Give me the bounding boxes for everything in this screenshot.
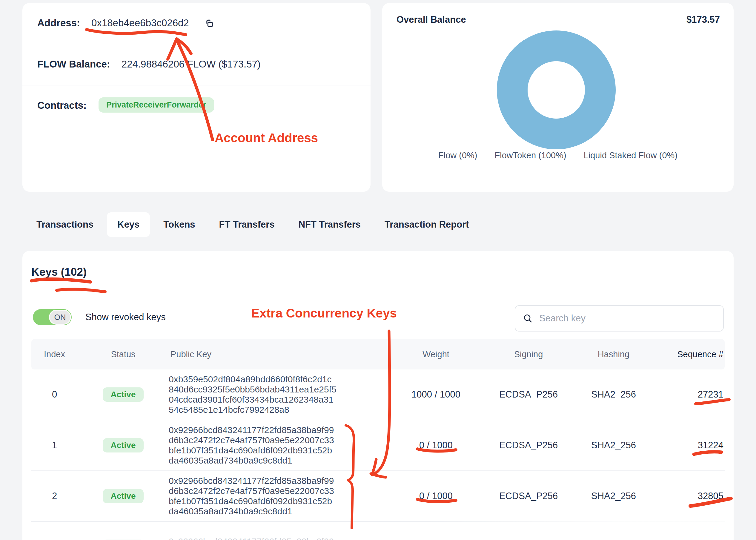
public-key: 0xb359e502df804a89bdd660f0f8f6c2d1c 840d… [169,369,384,420]
key-sequence: 27231 [658,389,725,400]
account-info-card: Address: 0x18eb4ee6b3c026d2 FLOW Balance… [22,3,371,192]
public-key: 0x92966bcd843241177f22fd85a38ba9f99 d6b3… [169,532,384,540]
key-sequence: 32805 [658,491,725,501]
key-status: Active [78,438,169,453]
contracts-label: Contracts: [37,100,87,111]
key-row-0: 0 Active 0xb359e502df804a89bdd660f0f8f6c… [31,369,725,420]
contract-badge[interactable]: PrivateReceiverForwarder [99,97,214,113]
copy-address-button[interactable] [202,16,215,30]
tab-nft-transfers[interactable]: NFT Transfers [288,212,371,237]
col-header-public-key: Public Key [169,349,384,359]
col-header-weight: Weight [384,349,488,359]
legend-item-liquid-staked: Liquid Staked Flow (0%) [584,151,678,160]
key-hashing: SHA2_256 [569,491,658,501]
account-page: Address: 0x18eb4ee6b3c026d2 FLOW Balance… [0,0,756,540]
tab-transaction-report[interactable]: Transaction Report [374,212,480,237]
key-hashing: SHA2_256 [569,389,658,400]
public-key: 0x92966bcd843241177f22fd85a38ba9f99 d6b3… [169,420,384,471]
toggle-label: Show revoked keys [85,312,166,323]
key-hashing: SHA2_256 [569,440,658,451]
keys-card: Keys (102) ON Show revoked keys Index St… [22,251,734,540]
col-header-sequence: Sequence # [658,349,725,359]
key-weight: 0 / 1000 [384,491,488,501]
key-search-box [515,305,724,332]
legend-item-flowtoken: FlowToken (100%) [495,151,566,160]
key-sequence: 31224 [658,440,725,451]
balance-total-value: $173.57 [687,14,720,25]
tab-tokens[interactable]: Tokens [153,212,205,237]
tab-keys[interactable]: Keys [107,212,150,237]
tab-ft-transfers[interactable]: FT Transfers [209,212,285,237]
account-tabs: Transactions Keys Tokens FT Transfers NF… [26,212,480,237]
balance-card-header: Overall Balance $173.57 [382,3,734,25]
balance-card-title: Overall Balance [396,14,466,25]
flow-balance-row: FLOW Balance: 224.98846206 FLOW ($173.57… [22,43,371,85]
toggle-state-label: ON [54,313,66,322]
col-header-hashing: Hashing [569,349,658,359]
address-label: Address: [37,17,80,29]
copy-icon [202,17,215,29]
keys-table-header: Index Status Public Key Weight Signing H… [31,339,725,369]
keys-table: Index Status Public Key Weight Signing H… [31,339,725,540]
key-index: 2 [31,491,78,501]
legend-item-flow: Flow (0%) [438,151,478,160]
tab-transactions[interactable]: Transactions [26,212,104,237]
overall-balance-card: Overall Balance $173.57 Flow (0%) FlowTo… [382,3,734,192]
search-icon [522,313,533,324]
key-weight: 1000 / 1000 [384,389,488,400]
col-header-signing: Signing [488,349,569,359]
public-key: 0x92966bcd843241177f22fd85a38ba9f99 d6b3… [169,471,384,521]
flow-balance-value: 224.98846206 FLOW ($173.57) [122,59,261,70]
flow-balance-label: FLOW Balance: [37,59,110,70]
contracts-row: Contracts: PrivateReceiverForwarder [22,85,371,191]
address-row: Address: 0x18eb4ee6b3c026d2 [22,3,371,43]
keys-section-title: Keys (102) [31,266,87,278]
key-row-3: 3 Active 0x92966bcd843241177f22fd85a38ba… [31,522,725,540]
key-row-2: 2 Active 0x92966bcd843241177f22fd85a38ba… [31,471,725,522]
show-revoked-keys-toggle[interactable]: ON [33,309,72,325]
key-row-1: 1 Active 0x92966bcd843241177f22fd85a38ba… [31,420,725,471]
status-badge: Active [103,489,143,503]
key-weight: 0 / 1000 [384,440,488,451]
key-signing: ECDSA_P256 [488,491,569,501]
balance-donut-chart [497,31,616,149]
col-header-status: Status [78,349,169,359]
account-address-value: 0x18eb4ee6b3c026d2 [91,17,189,29]
donut-legend: Flow (0%) FlowToken (100%) Liquid Staked… [382,151,734,160]
key-status: Active [78,489,169,503]
key-signing: ECDSA_P256 [488,440,569,451]
key-index: 1 [31,440,78,451]
col-header-index: Index [31,349,78,359]
key-signing: ECDSA_P256 [488,389,569,400]
status-badge: Active [103,387,143,402]
key-index: 0 [31,389,78,400]
search-key-input[interactable] [539,313,716,324]
key-status: Active [78,387,169,402]
revoked-keys-toggle-row: ON Show revoked keys [33,309,166,325]
toggle-knob: ON [49,310,71,325]
status-badge: Active [103,438,143,453]
